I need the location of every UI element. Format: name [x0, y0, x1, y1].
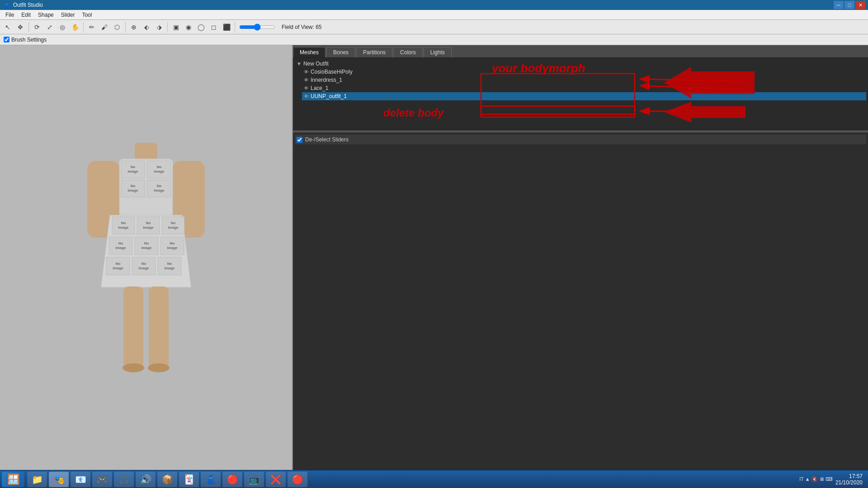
svg-text:No: No	[171, 221, 176, 225]
taskbar-app-mail[interactable]: 📧	[71, 472, 90, 487]
svg-text:No: No	[116, 262, 121, 266]
toolbar-separator-2	[83, 22, 84, 32]
svg-marker-54	[664, 102, 745, 122]
tool-pan[interactable]: ✋	[69, 21, 81, 33]
taskbar-app-outfit[interactable]: 👗	[201, 472, 221, 487]
tool-paint[interactable]: 🖌	[99, 21, 110, 33]
figure-area: No Image No Image No Image No Image No I…	[0, 45, 292, 475]
svg-text:Image: Image	[118, 225, 129, 230]
tool-eraser[interactable]: ⬡	[111, 21, 123, 33]
brush-settings-checkbox[interactable]	[4, 37, 9, 42]
tab-colors[interactable]: Colors	[393, 47, 423, 57]
taskbar-app-volume[interactable]: 🔊	[136, 472, 156, 487]
tabs: Meshes Bones Partitions Colors Lights	[293, 45, 868, 58]
svg-text:No: No	[142, 262, 146, 266]
deselect-sliders-checkbox[interactable]	[297, 137, 302, 143]
fov-label: Field of View: 65	[282, 24, 322, 30]
systray-icons: IT ▲ 🔇 🖥 ⌨	[799, 476, 833, 482]
tool-smooth[interactable]: ⬗	[153, 21, 165, 33]
tree-root-label: New Outfit	[303, 61, 329, 67]
tool-deflate[interactable]: ◯	[195, 21, 207, 33]
toolbar-separator-4	[167, 22, 168, 32]
tool-select[interactable]: ↖	[2, 21, 14, 33]
tree-collapse-icon: ▼	[297, 61, 302, 66]
menu-file[interactable]: File	[2, 11, 18, 19]
maximize-button[interactable]: □	[844, 1, 854, 9]
menu-tool[interactable]: Tool	[78, 11, 95, 19]
right-panel: Meshes Bones Partitions Colors Lights ▼ …	[293, 45, 868, 475]
svg-text:No: No	[131, 184, 136, 188]
menu-shape[interactable]: Shape	[34, 11, 57, 19]
taskbar-app-red1[interactable]: 🔴	[222, 472, 242, 487]
clock-time: 17:57	[835, 473, 863, 479]
svg-text:Image: Image	[167, 246, 178, 250]
main-area: No Image No Image No Image No Image No I…	[0, 45, 868, 475]
taskbar-app-screen[interactable]: 📺	[244, 472, 264, 487]
svg-text:Image: Image	[113, 266, 123, 270]
taskbar-app-game[interactable]: 🎮	[92, 472, 112, 487]
minimize-button[interactable]: ─	[834, 1, 844, 9]
tool-inflate[interactable]: ◉	[183, 21, 194, 33]
fov-slider[interactable]	[239, 23, 275, 31]
tool-scale[interactable]: ⤢	[44, 21, 56, 33]
taskbar-app-browser[interactable]: 🎭	[49, 472, 69, 487]
svg-text:No: No	[167, 262, 172, 266]
tab-bones[interactable]: Bones	[326, 47, 355, 57]
tool-pencil[interactable]: ✏	[86, 21, 98, 33]
tree-item-cosio[interactable]: 👁 CosioBaseHiPoly	[302, 68, 866, 76]
tool-grab[interactable]: ⬛	[221, 21, 232, 33]
close-button[interactable]: ✕	[855, 1, 865, 9]
tree-item-cosio-label: CosioBaseHiPoly	[311, 69, 353, 75]
slider-header: De-/Select Sliders	[295, 135, 866, 145]
taskbar-app-music[interactable]: 🎵	[114, 472, 134, 487]
tree-item-innerdress[interactable]: 👁 Innerdress_1	[302, 76, 866, 84]
tool-weight[interactable]: ⬖	[141, 21, 152, 33]
slider-panel: De-/Select Sliders	[293, 133, 868, 475]
tree-item-uunp[interactable]: 👁 UUNP_outfit_1	[302, 92, 866, 100]
viewport[interactable]: No Image No Image No Image No Image No I…	[0, 45, 293, 475]
svg-text:Image: Image	[127, 169, 138, 174]
menu-edit[interactable]: Edit	[18, 11, 34, 19]
svg-text:No: No	[157, 184, 162, 188]
start-button[interactable]: 🪟	[2, 472, 24, 487]
tool-rotate[interactable]: ⟳	[31, 21, 43, 33]
mesh-panel: ▼ New Outfit 👁 CosioBaseHiPoly 👁 Innerdr…	[293, 58, 868, 130]
menu-slider[interactable]: Slider	[57, 11, 79, 19]
tree-item-lace[interactable]: 👁 Lace_1	[302, 84, 866, 92]
tool-flatten[interactable]: ◻	[208, 21, 220, 33]
taskbar-app-cross[interactable]: ❌	[266, 472, 286, 487]
systray: IT ▲ 🔇 🖥 ⌨ 17:57 21/10/2020	[796, 473, 866, 486]
taskbar-app-package[interactable]: 📦	[157, 472, 177, 487]
svg-rect-0	[135, 143, 157, 161]
taskbar-app-red2[interactable]: 🔴	[288, 472, 307, 487]
tab-partitions[interactable]: Partitions	[356, 47, 392, 57]
deselect-sliders-label: De-/Select Sliders	[305, 136, 349, 143]
brush-settings-label: Brush Settings	[11, 37, 47, 43]
svg-text:No: No	[144, 241, 149, 245]
toolbar-separator-3	[125, 22, 126, 32]
figure-svg: No Image No Image No Image No Image No I…	[51, 129, 241, 391]
tool-mask[interactable]: ▣	[170, 21, 182, 33]
tool-orbit[interactable]: ◎	[57, 21, 68, 33]
taskbar-app-cards[interactable]: 🃏	[179, 472, 199, 487]
tool-move[interactable]: ✥	[14, 21, 26, 33]
eye-icon-3: 👁	[304, 85, 309, 91]
svg-text:No: No	[146, 221, 151, 225]
window-controls: ─ □ ✕	[834, 1, 865, 9]
eye-icon-1: 👁	[304, 69, 309, 75]
svg-text:Image: Image	[143, 225, 154, 230]
brushbar: Brush Settings	[0, 34, 868, 45]
eye-icon-4: 👁	[304, 94, 309, 99]
svg-text:Image: Image	[141, 246, 152, 250]
svg-text:Image: Image	[138, 266, 149, 270]
tab-meshes[interactable]: Meshes	[293, 47, 326, 57]
tab-lights[interactable]: Lights	[424, 47, 452, 57]
svg-text:No: No	[157, 165, 162, 169]
tool-transform[interactable]: ⊕	[128, 21, 140, 33]
taskbar-app-explorer[interactable]: 📁	[27, 472, 47, 487]
svg-text:No: No	[131, 165, 136, 169]
svg-text:No: No	[118, 241, 123, 245]
taskbar: 🪟 📁 🎭 📧 🎮 🎵 🔊 📦 🃏 👗 🔴 📺 ❌ 🔴 IT ▲ 🔇 🖥 ⌨ 1…	[0, 470, 868, 488]
tree-root[interactable]: ▼ New Outfit	[295, 60, 866, 68]
titlebar: 👗 Outfit Studio ─ □ ✕	[0, 0, 868, 10]
